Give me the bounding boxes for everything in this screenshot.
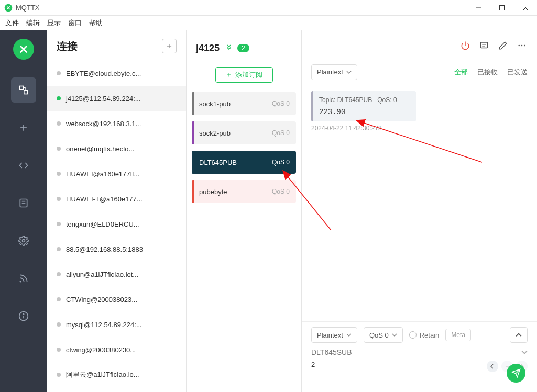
radio-icon <box>409 331 417 339</box>
status-dot <box>57 297 61 301</box>
menu-edit[interactable]: 编辑 <box>26 18 40 28</box>
subscription-item[interactable]: pubebyteQoS 0 <box>192 180 296 203</box>
subscription-item[interactable]: sock1-pubQoS 0 <box>192 92 296 115</box>
message-topic-prefix: Topic: <box>319 96 337 104</box>
message-format-select[interactable]: Plaintext <box>311 64 357 80</box>
window-close-button[interactable] <box>513 0 537 16</box>
connection-label: onenet@mqtts.heclo... <box>66 145 134 153</box>
meta-label: Meta <box>451 331 465 339</box>
filter-received[interactable]: 已接收 <box>477 68 498 77</box>
retain-label: Retain <box>420 331 440 339</box>
disconnect-button[interactable] <box>459 40 471 51</box>
nav-connections[interactable] <box>11 77 36 103</box>
nav-scripts[interactable] <box>11 153 36 178</box>
filter-sent[interactable]: 已发送 <box>507 68 528 77</box>
subscription-qos: QoS 0 <box>272 188 290 195</box>
svg-point-26 <box>521 45 523 47</box>
connection-item[interactable]: tengxun@ELD0ERCU... <box>47 211 186 237</box>
connection-label: mysql@112.54.89.224:... <box>66 321 142 329</box>
subscription-qos: QoS 0 <box>272 100 290 107</box>
titlebar: MQTTX <box>0 0 537 16</box>
connection-item[interactable]: HUAWEI-T@a160e177... <box>47 186 186 211</box>
connection-item[interactable]: onenet@mqtts.heclo... <box>47 136 186 161</box>
left-rail <box>0 30 47 392</box>
publish-format-select[interactable]: Plaintext <box>311 327 357 343</box>
menu-help[interactable]: 帮助 <box>89 18 103 28</box>
status-dot <box>57 96 61 100</box>
nav-settings[interactable] <box>11 228 36 253</box>
menubar: 文件 编辑 显示 窗口 帮助 <box>0 16 537 30</box>
chevron-down-icon <box>346 332 352 338</box>
subscription-name: pubebyte <box>199 188 227 196</box>
subscription-qos: QoS 0 <box>272 159 290 166</box>
topic-color-bar <box>192 180 194 203</box>
connection-item[interactable]: aliyun@a1iJTflcIao.iot... <box>47 262 186 287</box>
svg-rect-2 <box>499 5 504 10</box>
connection-item[interactable]: 88.5@192.168.88.5:1883 <box>47 237 186 262</box>
connection-item[interactable]: websock@192.168.3.1... <box>47 111 186 136</box>
subscription-item[interactable]: sock2-pubQoS 0 <box>192 121 296 144</box>
more-icon[interactable] <box>516 40 528 51</box>
message-card[interactable]: Topic: DLT645PUB QoS: 0 223.90 <box>311 91 416 121</box>
filter-all[interactable]: 全部 <box>454 68 468 77</box>
status-dot <box>57 247 61 251</box>
publish-panel: Plaintext QoS 0 Retain Meta <box>302 321 537 392</box>
subscription-qos: QoS 0 <box>272 129 290 137</box>
message-topic: DLT645PUB <box>337 96 372 104</box>
status-dot <box>57 197 61 201</box>
chevron-down-icon[interactable] <box>521 349 528 355</box>
connection-label: HUAWEI@a160e177ff... <box>66 170 139 178</box>
window-minimize-button[interactable] <box>466 0 490 16</box>
topic-color-bar <box>192 151 194 174</box>
message-count-badge: 2 <box>237 44 249 52</box>
app-brand-icon <box>13 39 34 60</box>
publish-topic-input[interactable]: DLT645SUB <box>311 348 352 356</box>
connections-title: 连接 <box>57 39 78 53</box>
connection-label: websock@192.168.3.1... <box>66 120 141 128</box>
retain-toggle[interactable]: Retain <box>409 331 440 339</box>
svg-point-16 <box>23 314 24 315</box>
chevron-down-icon <box>392 332 397 338</box>
collapse-publish-button[interactable] <box>510 327 528 343</box>
connection-item[interactable]: j4125@112.54.89.224:... <box>47 86 186 111</box>
window-maximize-button[interactable] <box>490 0 513 16</box>
history-prev-button[interactable] <box>487 361 498 372</box>
collapse-icon[interactable] <box>225 43 233 53</box>
nav-about[interactable] <box>11 304 36 329</box>
add-subscription-button[interactable]: 添加订阅 <box>215 67 273 83</box>
connection-label: EBYTE@cloud.ebyte.c... <box>66 70 141 77</box>
connection-label: HUAWEI-T@a160e177... <box>66 195 143 203</box>
nav-feed[interactable] <box>11 266 36 291</box>
publish-qos-select[interactable]: QoS 0 <box>364 327 403 343</box>
connection-item[interactable]: 阿里云@a1iJTflcIao.io... <box>47 362 186 387</box>
content-panel: Plaintext 全部 已接收 已发送 Topic: DLT645PUB Qo… <box>302 30 537 392</box>
connection-label: j4125@112.54.89.224:... <box>66 95 141 103</box>
connection-item[interactable]: CTWing@200038023... <box>47 287 186 312</box>
meta-button[interactable]: Meta <box>445 329 471 341</box>
publish-body-input[interactable]: 2 <box>311 361 315 392</box>
subscriptions-panel: j4125 2 添加订阅 sock1-pubQoS 0sock2-pubQoS … <box>187 30 302 392</box>
menu-file[interactable]: 文件 <box>5 18 19 28</box>
nav-new[interactable] <box>11 115 36 140</box>
status-dot <box>57 348 61 352</box>
app-title: MQTTX <box>16 4 40 12</box>
connection-item[interactable]: ctwing@2000380230... <box>47 337 186 362</box>
nav-log[interactable] <box>11 191 36 216</box>
subscription-item[interactable]: DLT645PUBQoS 0 <box>192 151 296 174</box>
connections-panel: 连接 EBYTE@cloud.ebyte.c...j4125@112.54.89… <box>47 30 187 392</box>
svg-point-27 <box>524 45 525 47</box>
connection-item[interactable]: HUAWEI@a160e177ff... <box>47 161 186 186</box>
status-dot <box>57 272 61 276</box>
connection-label: aliyun@a1iJTflcIao.iot... <box>66 271 138 278</box>
edit-icon[interactable] <box>497 40 509 51</box>
menu-window[interactable]: 窗口 <box>68 18 82 28</box>
connection-item[interactable]: mysql@112.54.89.224:... <box>47 312 186 337</box>
menu-view[interactable]: 显示 <box>47 18 61 28</box>
add-connection-button[interactable] <box>162 39 177 53</box>
connection-item[interactable]: EBYTE@cloud.ebyte.c... <box>47 61 186 86</box>
chat-icon[interactable] <box>478 40 490 51</box>
subscription-name: sock1-pub <box>199 100 231 108</box>
svg-rect-22 <box>480 42 488 48</box>
send-button[interactable] <box>507 364 525 383</box>
svg-point-13 <box>20 281 21 282</box>
